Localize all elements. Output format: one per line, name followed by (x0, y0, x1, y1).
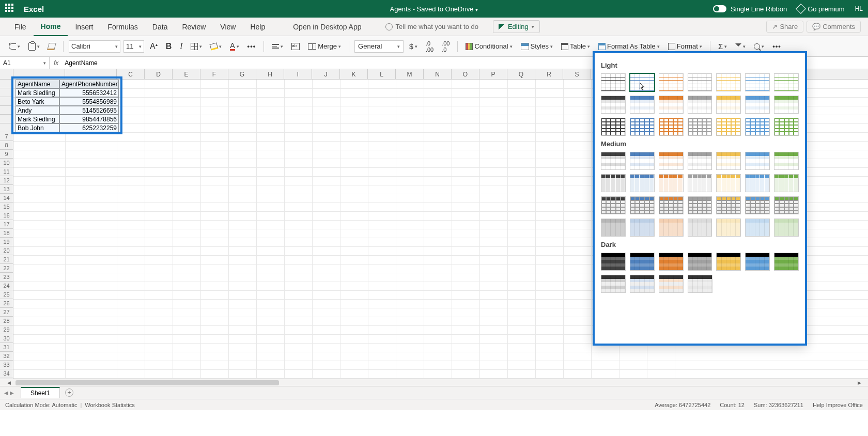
more-font-button[interactable]: ••• (245, 41, 259, 52)
row-header[interactable]: 30 (0, 334, 13, 343)
column-header[interactable]: O (452, 69, 479, 79)
row-header[interactable]: 27 (0, 308, 13, 317)
column-header[interactable]: M (396, 69, 424, 79)
row-header[interactable]: 21 (0, 255, 13, 264)
table-style-option[interactable] (774, 174, 799, 192)
bold-button[interactable]: B (163, 40, 175, 53)
row-header[interactable]: 33 (0, 361, 13, 369)
table-data-cell[interactable]: 5556532412 (59, 88, 119, 97)
open-in-desktop-button[interactable]: Open in Desktop App (286, 18, 368, 36)
editing-mode-button[interactable]: Editing ▾ (493, 20, 540, 33)
paste-button[interactable]: ▾ (26, 41, 42, 52)
table-style-option[interactable] (745, 174, 770, 192)
tab-view[interactable]: View (213, 18, 243, 36)
row-header[interactable]: 15 (0, 203, 13, 211)
table-style-option[interactable] (688, 253, 712, 271)
conditional-formatting-button[interactable]: Conditional▾ (463, 41, 515, 52)
table-style-option[interactable] (745, 96, 770, 114)
row-header[interactable]: 11 (0, 167, 13, 176)
undo-button[interactable]: ▾ (6, 42, 23, 51)
table-header-cell[interactable]: AgentName (16, 80, 59, 88)
table-style-option[interactable] (716, 196, 741, 214)
tab-file[interactable]: File (7, 18, 34, 36)
workbook-stats-label[interactable]: Workbook Statistics (85, 402, 134, 408)
scroll-right-arrow[interactable]: ▶ (856, 379, 863, 386)
row-header[interactable]: 18 (0, 229, 13, 238)
user-badge[interactable]: HL (855, 5, 863, 12)
row-header[interactable]: 28 (0, 317, 13, 325)
scroll-left-arrow[interactable]: ◀ (5, 379, 12, 386)
font-name-select[interactable]: Calibri▾ (69, 40, 120, 53)
fill-color-button[interactable]: ▾ (208, 42, 224, 51)
row-header[interactable]: 20 (0, 246, 13, 255)
table-style-option[interactable] (659, 73, 684, 91)
decrease-decimal-button[interactable]: .0.00 (423, 39, 436, 54)
column-header[interactable] (65, 69, 117, 79)
table-style-option[interactable] (659, 152, 684, 170)
column-header[interactable]: D (145, 69, 173, 79)
font-color-button[interactable]: A▾ (227, 41, 241, 52)
table-style-option[interactable] (601, 196, 626, 214)
table-style-option[interactable] (659, 174, 684, 192)
table-style-option[interactable] (716, 73, 741, 91)
tab-help[interactable]: Help (243, 18, 272, 36)
table-style-option[interactable] (716, 253, 741, 271)
column-header[interactable] (13, 69, 65, 79)
table-style-option[interactable] (601, 253, 626, 271)
table-style-option[interactable] (774, 253, 799, 271)
row-header[interactable]: 17 (0, 220, 13, 229)
table-style-option[interactable] (688, 118, 712, 136)
row-header[interactable] (0, 106, 13, 115)
format-button[interactable]: Format▾ (665, 41, 705, 52)
align-button[interactable]: ▾ (269, 42, 286, 51)
table-style-option[interactable] (601, 152, 626, 170)
column-header[interactable]: N (424, 69, 452, 79)
table-style-option[interactable] (688, 275, 712, 293)
column-header[interactable]: E (173, 69, 200, 79)
column-header[interactable]: L (368, 69, 396, 79)
table-style-option[interactable] (716, 152, 741, 170)
table-style-option[interactable] (630, 253, 655, 271)
table-style-option[interactable] (745, 152, 770, 170)
name-box[interactable]: A1▾ (0, 57, 50, 69)
sheet-scroll-buttons[interactable]: ◀▶ (4, 390, 14, 396)
tab-home[interactable]: Home (34, 18, 68, 36)
borders-button[interactable]: ▾ (188, 41, 205, 52)
row-header[interactable]: 8 (0, 141, 13, 150)
row-header[interactable]: 16 (0, 211, 13, 220)
table-style-option[interactable] (601, 118, 626, 136)
table-data-cell[interactable]: Mark Siedling (16, 88, 59, 97)
table-data-cell[interactable]: Beto Yark (16, 97, 59, 106)
table-style-option[interactable] (630, 152, 655, 170)
sheet-tab[interactable]: Sheet1 (21, 387, 60, 398)
row-header[interactable] (0, 123, 13, 132)
currency-button[interactable]: $▾ (407, 41, 420, 52)
table-style-option[interactable] (774, 219, 799, 237)
column-header[interactable]: G (228, 69, 256, 79)
row-header[interactable]: 23 (0, 273, 13, 282)
table-style-option[interactable] (745, 219, 770, 237)
table-style-option[interactable] (716, 96, 741, 114)
table-data-cell[interactable]: 9854478856 (59, 115, 119, 123)
table-data-cell[interactable]: 6252232259 (59, 123, 119, 132)
document-title[interactable]: Agents - Saved to OneDrive▾ (390, 5, 478, 13)
app-launcher-icon[interactable] (5, 4, 16, 14)
sort-filter-button[interactable]: ▾ (733, 42, 748, 51)
row-header[interactable]: 29 (0, 325, 13, 334)
tab-review[interactable]: Review (175, 18, 213, 36)
table-style-option[interactable] (774, 96, 799, 114)
column-header[interactable]: R (535, 69, 563, 79)
table-style-option[interactable] (601, 73, 626, 91)
table-style-option[interactable] (774, 73, 799, 91)
table-style-option[interactable] (716, 174, 741, 192)
tell-me-search[interactable]: Tell me what you want to do (385, 23, 478, 30)
table-style-option[interactable] (688, 219, 712, 237)
more-button[interactable]: ••• (770, 41, 784, 52)
row-header[interactable]: 24 (0, 282, 13, 290)
wrap-text-button[interactable]: ab (289, 41, 302, 52)
row-header[interactable]: 34 (0, 369, 13, 378)
find-button[interactable]: ▾ (751, 42, 767, 51)
table-style-option[interactable] (601, 275, 626, 293)
column-header[interactable]: J (312, 69, 340, 79)
table-style-option[interactable] (601, 219, 626, 237)
